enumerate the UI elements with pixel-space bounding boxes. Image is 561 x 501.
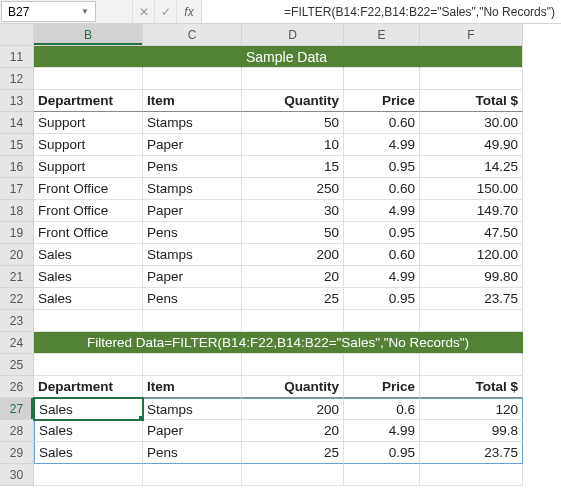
cell[interactable] [34,46,143,68]
cell[interactable]: Paper [143,134,242,156]
header-total[interactable]: Total $ [420,376,523,398]
row-head[interactable]: 25 [0,354,34,376]
cell[interactable]: Pens [143,442,242,464]
header-dept[interactable]: Department [34,90,143,112]
cell[interactable]: Stamps [143,398,242,420]
cell[interactable]: Sales [34,420,143,442]
cell[interactable]: Stamps [143,178,242,200]
header-total[interactable]: Total $ [420,90,523,112]
fx-icon[interactable]: fx [176,0,202,23]
col-head-e[interactable]: E [344,24,420,46]
cell[interactable] [143,464,242,486]
select-all-corner[interactable] [0,24,34,46]
spreadsheet-grid[interactable]: B C D E F 11 Sample Data 12 13 Departmen… [0,24,561,486]
cell[interactable] [420,68,523,90]
cell[interactable]: Stamps [143,112,242,134]
cell[interactable] [34,310,143,332]
cell[interactable] [143,68,242,90]
col-head-f[interactable]: F [420,24,523,46]
header-item[interactable]: Item [143,90,242,112]
cell[interactable]: Paper [143,266,242,288]
cell[interactable]: 10 [242,134,344,156]
cell[interactable]: Paper [143,200,242,222]
row-head[interactable]: 14 [0,112,34,134]
cell[interactable]: 20 [242,266,344,288]
name-box[interactable]: B27 ▼ [1,1,96,22]
cell[interactable]: 120.00 [420,244,523,266]
cell[interactable]: 120 [420,398,523,420]
row-head[interactable]: 12 [0,68,34,90]
cell[interactable]: Sales [34,266,143,288]
row-head[interactable]: 29 [0,442,34,464]
cell[interactable] [344,68,420,90]
cell[interactable]: 15 [242,156,344,178]
cell[interactable]: Sales [34,442,143,464]
cell[interactable] [242,354,344,376]
cell[interactable]: 25 [242,288,344,310]
cell[interactable] [420,354,523,376]
cell[interactable]: Front Office [34,222,143,244]
cell[interactable]: 50 [242,112,344,134]
cell[interactable]: 250 [242,178,344,200]
cell[interactable] [143,46,242,68]
cell[interactable] [34,68,143,90]
cell[interactable]: 0.60 [344,244,420,266]
cell[interactable]: 20 [242,420,344,442]
cell[interactable]: Support [34,156,143,178]
cell[interactable]: 200 [242,244,344,266]
cell[interactable]: 0.95 [344,222,420,244]
cell[interactable]: Sales [34,288,143,310]
cell[interactable]: 0.95 [344,156,420,178]
row-head[interactable]: 19 [0,222,34,244]
col-head-d[interactable]: D [242,24,344,46]
row-head[interactable]: 27 [0,398,34,420]
row-head[interactable]: 22 [0,288,34,310]
chevron-down-icon[interactable]: ▼ [81,7,89,16]
row-head[interactable]: 11 [0,46,34,68]
cell[interactable] [143,354,242,376]
cell[interactable] [34,354,143,376]
cell[interactable]: Pens [143,222,242,244]
cell[interactable] [143,310,242,332]
row-head[interactable]: 30 [0,464,34,486]
cell[interactable] [344,46,420,68]
row-head[interactable]: 13 [0,90,34,112]
cell[interactable]: 0.60 [344,112,420,134]
filtered-title[interactable]: Filtered Data=FILTER(B14:F22,B14:B22="Sa… [34,332,523,354]
cell[interactable]: 150.00 [420,178,523,200]
formula-bar[interactable]: =FILTER(B14:F22,B14:B22="Sales","No Reco… [202,0,561,23]
cell[interactable]: Support [34,112,143,134]
cell[interactable]: 99.8 [420,420,523,442]
cell[interactable] [420,464,523,486]
cell[interactable]: 14.25 [420,156,523,178]
cell[interactable] [242,68,344,90]
cell[interactable]: 23.75 [420,442,523,464]
header-item[interactable]: Item [143,376,242,398]
cell[interactable]: Pens [143,156,242,178]
cell[interactable]: Stamps [143,244,242,266]
cell[interactable]: 4.99 [344,134,420,156]
cell[interactable]: 0.6 [344,398,420,420]
sample-data-title[interactable]: Sample Data [242,46,344,68]
cell[interactable]: Sales [34,244,143,266]
cell[interactable]: Pens [143,288,242,310]
cell[interactable]: 4.99 [344,200,420,222]
header-qty[interactable]: Quantity [242,90,344,112]
cell[interactable]: 200 [242,398,344,420]
cell[interactable]: 0.95 [344,442,420,464]
cell[interactable]: 47.50 [420,222,523,244]
cell[interactable]: 0.95 [344,288,420,310]
cell[interactable] [344,310,420,332]
row-head[interactable]: 28 [0,420,34,442]
row-head[interactable]: 16 [0,156,34,178]
cell[interactable]: Front Office [34,178,143,200]
cell[interactable] [420,310,523,332]
cell[interactable]: 30 [242,200,344,222]
cell[interactable] [242,464,344,486]
cell[interactable]: 0.60 [344,178,420,200]
header-price[interactable]: Price [344,90,420,112]
cell[interactable]: Front Office [34,200,143,222]
cell[interactable] [344,354,420,376]
header-price[interactable]: Price [344,376,420,398]
header-qty[interactable]: Quantity [242,376,344,398]
